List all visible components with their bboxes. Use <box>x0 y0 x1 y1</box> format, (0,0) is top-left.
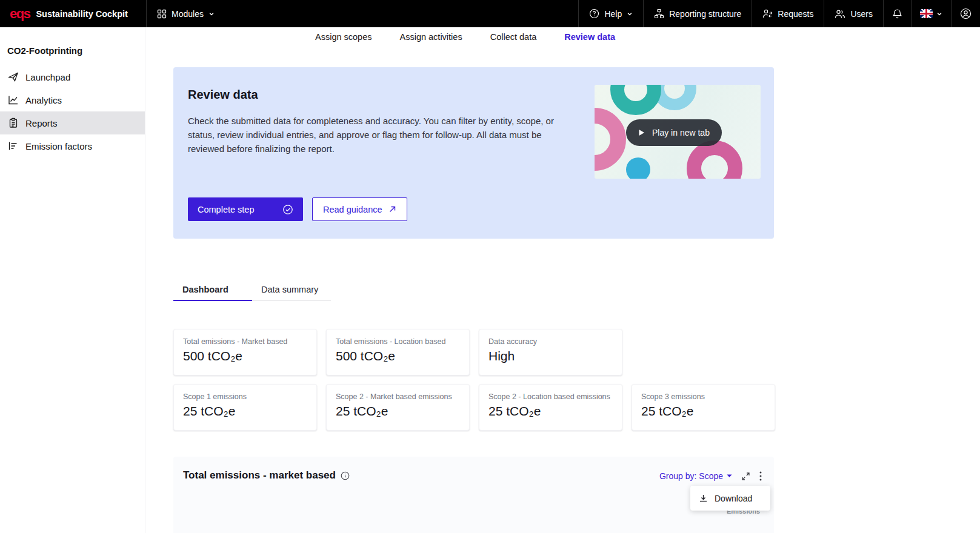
requests-button[interactable]: Requests <box>752 0 824 27</box>
page-root: { "topbar": { "logo": "eqs", "brand": "S… <box>0 0 980 533</box>
hero-description: Check the submitted data for completenes… <box>188 114 570 156</box>
tab-data-summary[interactable]: Data summary <box>252 278 331 300</box>
sidebar-item-analytics[interactable]: Analytics <box>0 88 145 111</box>
help-label: Help <box>604 9 622 19</box>
kpi-card-total-location: Total emissions - Location based 500 tCO… <box>326 329 470 376</box>
launchpad-icon <box>8 71 19 82</box>
bell-icon <box>892 8 902 19</box>
app-title: Sustainability Cockpit <box>36 9 127 19</box>
language-menu[interactable] <box>911 0 951 27</box>
kpi-value: High <box>488 349 613 363</box>
brand: eqs Sustainability Cockpit <box>0 0 146 27</box>
arrow-up-right-icon <box>388 205 396 213</box>
wizard-steps: Assign scopes Assign activities Collect … <box>145 27 980 47</box>
account-icon <box>960 8 972 19</box>
video-decoration <box>595 108 626 171</box>
hierarchy-icon <box>654 8 664 19</box>
expand-button[interactable] <box>741 472 750 481</box>
kpi-label: Scope 3 emissions <box>641 392 765 401</box>
user-request-icon <box>762 8 773 19</box>
kpi-row-totals: Total emissions - Market based 500 tCO₂e… <box>173 329 622 376</box>
notifications-button[interactable] <box>883 0 911 27</box>
menu-item-label: Download <box>715 494 752 503</box>
kpi-card-data-accuracy: Data accuracy High <box>479 329 622 376</box>
kpi-card-total-market: Total emissions - Market based 500 tCO₂e <box>173 329 317 376</box>
modules-label: Modules <box>172 9 204 19</box>
nav-label: Reports <box>25 118 58 128</box>
modules-menu[interactable]: Modules <box>146 0 225 27</box>
read-guidance-label: Read guidance <box>323 205 382 214</box>
group-by-label: Group by: Scope <box>659 471 723 481</box>
help-icon <box>589 8 599 19</box>
play-label: Play in new tab <box>652 128 710 137</box>
eqs-logo[interactable]: eqs <box>10 6 30 22</box>
play-in-new-tab-button[interactable]: Play in new tab <box>626 119 722 146</box>
kpi-label: Scope 2 - Location based emissions <box>488 392 613 401</box>
kpi-value: 25 tCO₂e <box>641 404 765 419</box>
account-menu[interactable] <box>951 0 980 27</box>
kebab-menu-button[interactable] <box>759 471 762 481</box>
reporting-structure-button[interactable]: Reporting structure <box>643 0 752 27</box>
analytics-icon <box>8 94 19 105</box>
kpi-label: Total emissions - Market based <box>183 337 307 346</box>
video-decoration <box>687 141 742 179</box>
sidebar: CO2-Footprinting Launchpad Analytics Rep… <box>0 27 145 533</box>
nav-label: Analytics <box>25 95 62 105</box>
review-data-hero: Review data Check the submitted data for… <box>173 67 774 239</box>
kpi-card-scope1: Scope 1 emissions 25 tCO₂e <box>173 384 317 431</box>
chevron-down-icon <box>936 11 942 17</box>
sidebar-item-reports[interactable]: Reports <box>0 111 145 134</box>
uk-flag-icon <box>920 9 933 18</box>
chart-controls: Group by: Scope <box>659 471 762 481</box>
kpi-value: 500 tCO₂e <box>183 349 307 363</box>
check-circle-icon <box>282 204 293 215</box>
dashboard-tabs: Dashboard Data summary <box>173 278 331 301</box>
step-collect-data[interactable]: Collect data <box>490 32 537 42</box>
nav-label: Emission factors <box>25 141 92 151</box>
complete-step-label: Complete step <box>198 205 255 214</box>
menu-item-download[interactable]: Download <box>690 487 770 509</box>
caret-down-icon <box>727 474 732 478</box>
sidebar-section-title: CO2-Footprinting <box>0 45 145 56</box>
emission-factors-icon <box>8 141 19 151</box>
sidebar-nav: Launchpad Analytics Reports Emission fac… <box>0 65 145 157</box>
video-decoration <box>626 157 650 179</box>
kpi-label: Data accuracy <box>488 337 613 346</box>
kpi-card-scope2-market: Scope 2 - Market based emissions 25 tCO₂… <box>326 384 470 431</box>
chart-panel: Total emissions - market based Group by:… <box>173 457 774 533</box>
read-guidance-button[interactable]: Read guidance <box>312 197 407 221</box>
context-menu: Download <box>690 486 770 511</box>
step-assign-scopes[interactable]: Assign scopes <box>315 32 372 42</box>
kpi-card-scope3: Scope 3 emissions 25 tCO₂e <box>632 384 775 431</box>
download-icon <box>699 494 708 503</box>
kpi-label: Total emissions - Location based <box>336 337 460 346</box>
group-by-dropdown[interactable]: Group by: Scope <box>659 471 732 481</box>
users-label: Users <box>850 9 873 19</box>
sidebar-item-emission-factors[interactable]: Emission factors <box>0 134 145 157</box>
kpi-label: Scope 2 - Market based emissions <box>336 392 460 401</box>
hero-title: Review data <box>188 88 258 102</box>
kpi-label: Scope 1 emissions <box>183 392 307 401</box>
requests-label: Requests <box>778 9 813 19</box>
play-icon <box>638 129 645 136</box>
chevron-down-icon <box>208 11 215 17</box>
kpi-value: 25 tCO₂e <box>183 404 307 419</box>
chevron-down-icon <box>627 11 633 17</box>
kpi-value: 25 tCO₂e <box>336 404 460 419</box>
video-decoration <box>610 85 661 115</box>
kpi-card-scope2-location: Scope 2 - Location based emissions 25 tC… <box>479 384 622 431</box>
help-menu[interactable]: Help <box>578 0 643 27</box>
sidebar-item-launchpad[interactable]: Launchpad <box>0 65 145 88</box>
info-icon[interactable] <box>341 471 350 480</box>
step-assign-activities[interactable]: Assign activities <box>400 32 462 42</box>
video-thumbnail[interactable]: Play in new tab <box>595 85 761 179</box>
grid-icon <box>157 9 167 19</box>
topbar: eqs Sustainability Cockpit Modules Help … <box>0 0 980 27</box>
complete-step-button[interactable]: Complete step <box>188 197 303 221</box>
step-review-data[interactable]: Review data <box>564 32 615 42</box>
tab-dashboard[interactable]: Dashboard <box>173 278 252 300</box>
nav-label: Launchpad <box>25 72 70 82</box>
users-button[interactable]: Users <box>824 0 883 27</box>
chart-title: Total emissions - market based <box>183 469 336 482</box>
chart-header: Total emissions - market based <box>183 469 350 482</box>
